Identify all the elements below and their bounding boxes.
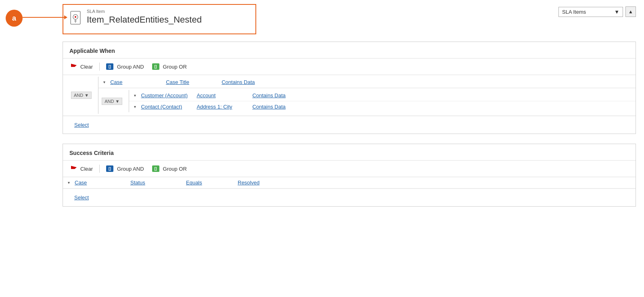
sla-title-box: SLA Item Item_RelatedEntities_Nested [63, 4, 256, 34]
success-criteria-select-link[interactable]: Select [69, 191, 629, 204]
nested-and-badge[interactable]: AND ▼ [102, 98, 122, 105]
page-wrapper: a SLA Item Item_RelatedEnti [0, 4, 644, 297]
applicable-when-toolbar: Clear [] Group AND [] Group OR [63, 59, 636, 75]
annotation-arrow [23, 17, 67, 18]
success-criteria-section: Success Criteria Clear [] Group AND [] G… [63, 144, 636, 207]
success-criteria-clear-button[interactable]: Clear [68, 164, 96, 174]
nested-condition-group: AND ▼ ▾ Customer (Account) Account Conta… [98, 88, 636, 114]
nested-row2-operator[interactable]: Contains Data [252, 104, 301, 110]
success-group-or-icon: [] [152, 165, 159, 172]
success-row-chevron: ▾ [68, 180, 70, 185]
applicable-when-select-link[interactable]: Select [69, 119, 629, 131]
group-or-icon: [] [152, 63, 159, 70]
success-row-entity[interactable]: Case [75, 180, 127, 186]
top-row-operator[interactable]: Contains Data [222, 79, 270, 85]
nested-row1-operator[interactable]: Contains Data [252, 92, 301, 98]
success-criteria-title: Success Criteria [63, 144, 636, 161]
top-row-entity[interactable]: Case [110, 79, 163, 85]
success-toolbar-separator-1 [99, 165, 100, 173]
success-condition-row: ▾ Case Status Equals Resolved [63, 177, 636, 188]
success-group-and-icon: [] [106, 165, 113, 172]
nested-row2-field[interactable]: Address 1: City [197, 104, 249, 110]
success-criteria-group-and-button[interactable]: [] Group AND [103, 164, 147, 174]
sla-icon [69, 10, 82, 28]
sla-label-small: SLA Item [87, 9, 202, 14]
applicable-when-conditions: AND ▼ ▾ Case Case Title Contains Data [63, 75, 636, 134]
outer-right: ▾ Case Case Title Contains Data AND ▼ [98, 77, 636, 114]
nested-rows: ▾ Customer (Account) Account Contains Da… [129, 90, 636, 112]
outer-and-column: AND ▼ [68, 77, 98, 114]
annotation-circle-a: a [6, 10, 23, 27]
clear-flag-icon [71, 64, 77, 69]
top-row-chevron: ▾ [103, 80, 105, 84]
header-dropdown: SLA Items ▼ ▲ [558, 6, 636, 17]
success-criteria-group-or-button[interactable]: [] Group OR [149, 164, 190, 174]
applicable-when-clear-button[interactable]: Clear [68, 62, 96, 71]
success-criteria-toolbar: Clear [] Group AND [] Group OR [63, 161, 636, 177]
svg-point-4 [75, 16, 76, 18]
sla-header: SLA Item Item_RelatedEntities_Nested SLA… [63, 4, 636, 34]
success-clear-flag-icon [71, 166, 77, 172]
nested-row1-entity[interactable]: Customer (Account) [141, 92, 193, 98]
applicable-when-section: Applicable When Clear [] Group AND [] Gr… [63, 42, 636, 134]
up-arrow-button[interactable]: ▲ [625, 6, 636, 17]
applicable-when-group-and-button[interactable]: [] Group AND [103, 62, 147, 71]
outer-condition-group: AND ▼ ▾ Case Case Title Contains Data [63, 75, 636, 116]
toolbar-separator-1 [99, 63, 100, 71]
outer-and-badge[interactable]: AND ▼ [71, 92, 92, 99]
nested-row2-entity[interactable]: Contact (Contact) [141, 104, 193, 110]
sla-items-dropdown[interactable]: SLA Items ▼ [558, 7, 623, 17]
applicable-when-select-row: Select [63, 116, 636, 134]
main-content: SLA Item Item_RelatedEntities_Nested SLA… [63, 4, 636, 207]
nested-row1-chevron: ▾ [134, 93, 136, 98]
nested-row2-chevron: ▾ [134, 105, 136, 109]
top-condition-row: ▾ Case Case Title Contains Data [98, 77, 636, 88]
applicable-when-title: Applicable When [63, 42, 636, 59]
sla-title: Item_RelatedEntities_Nested [87, 15, 202, 25]
success-row-value[interactable]: Resolved [238, 180, 290, 186]
nested-row-1: ▾ Customer (Account) Account Contains Da… [129, 90, 636, 101]
applicable-when-group-or-button[interactable]: [] Group OR [149, 62, 190, 71]
nested-row-2: ▾ Contact (Contact) Address 1: City Cont… [129, 101, 636, 112]
group-and-icon: [] [106, 63, 113, 70]
top-row-field[interactable]: Case Title [166, 79, 218, 85]
nested-row1-field[interactable]: Account [197, 92, 249, 98]
nested-and-column: AND ▼ [98, 90, 129, 112]
success-criteria-conditions: ▾ Case Status Equals Resolved Select [63, 177, 636, 206]
success-row-operator[interactable]: Equals [186, 180, 234, 186]
success-criteria-select-row: Select [63, 188, 636, 206]
success-row-field[interactable]: Status [130, 180, 183, 186]
sla-label-group: SLA Item Item_RelatedEntities_Nested [87, 9, 202, 25]
